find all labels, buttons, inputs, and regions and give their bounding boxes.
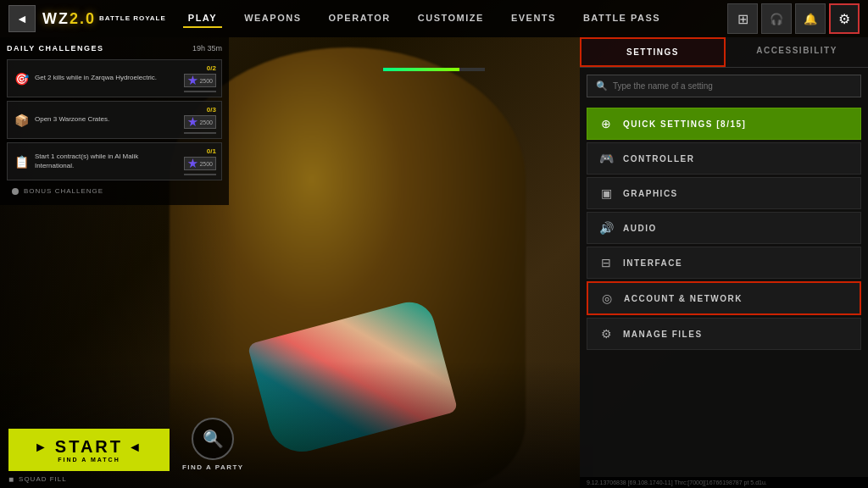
find-party-label: FIND A PARTY	[182, 463, 244, 471]
challenge-progress-3: 0/1 2500	[184, 147, 216, 175]
version-text: 9.12.13706838 [69.108.1740-11] Thrc:[700…	[587, 480, 767, 485]
settings-item-account-network[interactable]: ◎ ACCOUNT & NETWORK	[587, 281, 861, 315]
audio-label: AUDIO	[623, 224, 657, 233]
start-label: ► START ◄	[34, 437, 144, 457]
challenge-fraction-1: 0/2	[207, 64, 216, 72]
controller-label: CONTROLLER	[623, 154, 694, 164]
target-bar-container	[383, 68, 485, 71]
settings-search-input[interactable]	[613, 81, 852, 91]
settings-item-graphics[interactable]: ▣ GRAPHICS	[587, 177, 861, 209]
quick-settings-label: QUICK SETTINGS [8/15]	[623, 119, 746, 129]
settings-tab-settings[interactable]: SETTINGS	[580, 37, 726, 67]
account-network-icon: ◎	[598, 291, 615, 305]
settings-tab-accessibility[interactable]: ACCESSIBILITY	[726, 37, 868, 67]
challenge-item-1: 🎯 Get 2 kills while in Zarqwa Hydroelect…	[7, 59, 222, 97]
bottom-buttons: ► START ◄ FIND A MATCH 🔍 FIND A PARTY	[8, 418, 244, 471]
bonus-challenge: BONUS CHALLENGE	[7, 184, 222, 198]
account-network-label: ACCOUNT & NETWORK	[624, 294, 743, 303]
logo-subtitle: BATTLE ROYALE	[99, 15, 166, 23]
bonus-icon	[12, 188, 19, 195]
challenge-progress-1: 0/2 2500	[184, 64, 216, 92]
progress-bar-container-1	[184, 91, 216, 92]
interface-label: INTERFACE	[623, 258, 682, 268]
version-bar: 9.12.13706838 [69.108.1740-11] Thrc:[700…	[580, 477, 868, 488]
challenge-text-2: Open 3 Warzone Crates.	[35, 115, 179, 124]
graphics-icon: ▣	[598, 186, 615, 200]
graphics-label: GRAPHICS	[623, 189, 678, 198]
settings-item-audio[interactable]: 🔊 AUDIO	[587, 212, 861, 244]
nav-item-operator[interactable]: OPERATOR	[323, 9, 395, 28]
left-panel: DAILY CHALLENGES 19h 35m 🎯 Get 2 kills w…	[0, 37, 229, 205]
logo-version: 2.0	[70, 10, 96, 27]
headphone-icon	[770, 12, 783, 25]
start-text: START	[55, 437, 123, 457]
progress-bar-container-2	[184, 132, 216, 134]
top-nav: ◄ WZ2.0 BATTLE ROYALE PLAY WEAPONS OPERA…	[0, 0, 868, 37]
challenge-icon-3: 📋	[13, 153, 30, 170]
challenge-progress-2: 0/3 2500	[184, 106, 216, 134]
settings-search-box: 🔍	[587, 75, 861, 97]
bell-icon	[804, 12, 817, 25]
settings-search-icon: 🔍	[596, 80, 608, 92]
xp-badge-2: 2500	[184, 115, 216, 129]
xp-icon-3	[187, 158, 198, 169]
challenge-fraction-2: 0/3	[207, 106, 216, 114]
logo-wz: WZ2.0	[42, 10, 96, 28]
manage-files-icon: ⚙	[598, 327, 615, 341]
settings-item-quick-settings[interactable]: ⊕ QUICK SETTINGS [8/15]	[587, 108, 861, 140]
challenge-text-3: Start 1 contract(s) while in Al Malik In…	[35, 152, 179, 170]
right-panel: SETTINGS ACCESSIBILITY 🔍 ⊕ QUICK SETTING…	[580, 37, 868, 488]
gear-icon	[838, 11, 850, 27]
nav-right-icons	[727, 3, 860, 34]
gear-icon-button[interactable]	[829, 3, 860, 34]
bonus-text: BONUS CHALLENGE	[24, 187, 103, 195]
quick-settings-icon: ⊕	[598, 117, 615, 130]
squad-fill: ■ SQUAD FILL	[8, 474, 67, 484]
settings-item-manage-files[interactable]: ⚙ MANAGE FILES	[587, 318, 861, 350]
center-hud	[383, 68, 485, 71]
start-sub: FIND A MATCH	[58, 457, 120, 463]
challenge-icon-1: 🎯	[13, 70, 30, 87]
find-party-search-icon: 🔍	[203, 429, 224, 449]
nav-item-customize[interactable]: CUSTOMIZE	[413, 9, 489, 28]
progress-bar-container-3	[184, 174, 216, 175]
xp-badge-3: 2500	[184, 157, 216, 170]
xp-icon-1	[187, 75, 198, 86]
grid-icon-button[interactable]	[727, 3, 758, 34]
back-button[interactable]: ◄	[8, 5, 36, 32]
challenges-header: DAILY CHALLENGES 19h 35m	[7, 44, 222, 53]
nav-item-weapons[interactable]: WEAPONS	[239, 9, 306, 28]
nav-menu: PLAY WEAPONS OPERATOR CUSTOMIZE EVENTS B…	[183, 9, 727, 28]
squad-fill-icon: ■	[8, 474, 14, 484]
challenge-item-2: 📦 Open 3 Warzone Crates. 0/3 2500	[7, 101, 222, 139]
start-arrow-right: ◄	[128, 440, 144, 455]
settings-item-controller[interactable]: 🎮 CONTROLLER	[587, 142, 861, 175]
settings-tabs: SETTINGS ACCESSIBILITY	[580, 37, 868, 68]
challenge-icon-2: 📦	[13, 112, 30, 129]
challenge-fraction-3: 0/1	[207, 147, 216, 155]
start-arrow-left: ►	[34, 440, 50, 455]
challenges-title: DAILY CHALLENGES	[7, 44, 104, 53]
xp-icon-2	[187, 117, 198, 127]
nav-item-play[interactable]: PLAY	[183, 9, 222, 28]
nav-item-events[interactable]: EVENTS	[506, 9, 561, 28]
xp-badge-1: 2500	[184, 74, 216, 87]
find-party-button[interactable]: 🔍 FIND A PARTY	[182, 418, 244, 471]
logo-area: WZ2.0 BATTLE ROYALE	[42, 10, 166, 28]
grid-icon	[737, 11, 748, 27]
target-bar	[383, 68, 459, 71]
headphone-icon-button[interactable]	[761, 3, 792, 34]
settings-item-interface[interactable]: ⊟ INTERFACE	[587, 247, 861, 279]
challenge-item-3: 📋 Start 1 contract(s) while in Al Malik …	[7, 142, 222, 180]
nav-item-battlepass[interactable]: BATTLE PASS	[578, 9, 665, 28]
start-button[interactable]: ► START ◄ FIND A MATCH	[8, 429, 170, 471]
interface-icon: ⊟	[598, 256, 615, 269]
challenge-text-1: Get 2 kills while in Zarqwa Hydroelectri…	[35, 74, 179, 82]
manage-files-label: MANAGE FILES	[623, 330, 703, 339]
find-party-icon: 🔍	[192, 418, 234, 460]
squad-fill-text: SQUAD FILL	[19, 475, 67, 483]
settings-list: ⊕ QUICK SETTINGS [8/15] 🎮 CONTROLLER ▣ G…	[580, 104, 868, 488]
bell-icon-button[interactable]	[795, 3, 826, 34]
challenges-timer: 19h 35m	[192, 44, 222, 53]
controller-icon: 🎮	[598, 152, 615, 165]
